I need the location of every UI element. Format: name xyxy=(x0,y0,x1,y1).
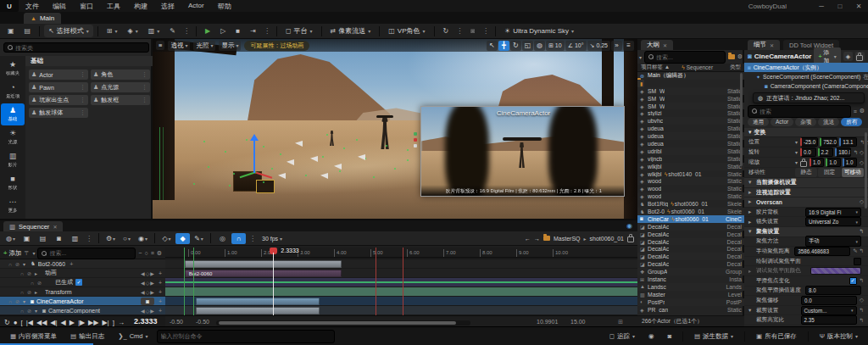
outliner-settings-icon[interactable]: ⚙ xyxy=(737,53,743,60)
mobility-static-button[interactable]: 静态 xyxy=(795,168,817,177)
placeable-actor-button[interactable]: ♟ 玩家出生点 ⋮ xyxy=(29,95,88,105)
landscape-brush-button[interactable]: ✎ xyxy=(165,25,180,36)
outliner-row[interactable]: ◪ DecalAc Decal xyxy=(637,253,744,260)
view-mode-dropdown[interactable]: 光照▾ xyxy=(193,41,215,51)
view-range-start[interactable]: -0.50 xyxy=(170,319,183,325)
timeline-lane[interactable]: Bot2-0060 xyxy=(165,269,637,278)
timeline-ruler[interactable]: 0.001.002.003.004.005.006.007.008.009.00… xyxy=(165,248,637,258)
current-time-display[interactable]: 2.3333 xyxy=(134,317,158,326)
keyframe-nav[interactable]: ◀◇▶ xyxy=(141,289,154,295)
outliner-row[interactable]: ◪ DecalAc Decal xyxy=(637,231,744,238)
breadcrumb-shot[interactable]: shot0060_01 xyxy=(590,236,624,242)
unreal-logo-icon[interactable]: U xyxy=(0,0,19,12)
outliner-row[interactable]: ◪ DecalAc Decal xyxy=(637,245,744,253)
expander-icon[interactable]: ▾ xyxy=(23,298,28,304)
details-filter-tab[interactable]: 所有 xyxy=(841,118,862,126)
property-extra-icon[interactable]: ✎ ↰ xyxy=(853,248,864,254)
track-settings-icon[interactable]: ⚙ xyxy=(157,250,162,257)
details-filter-tab[interactable]: 杂项 xyxy=(795,118,816,126)
property-value[interactable] xyxy=(810,267,861,275)
content-drawer-button[interactable]: ▦内容侧滑菜单 xyxy=(5,331,62,342)
details-property-row[interactable]: 聚焦方法 手动 xyxy=(744,237,868,248)
camera-speed-control[interactable]: » xyxy=(611,41,622,51)
details-property-row[interactable]: ▸ Overscan ◇ xyxy=(744,198,868,208)
tab-main-level[interactable]: ▲ Main xyxy=(24,13,61,24)
perspective-dropdown[interactable]: 透视▾ xyxy=(168,41,190,51)
track-section[interactable]: Bot2-0060 xyxy=(185,270,342,277)
menu-item[interactable]: Actor xyxy=(181,2,211,11)
sequence-lock-icon[interactable] xyxy=(627,236,634,242)
outliner-row[interactable]: ◈ SM_W Static xyxy=(637,95,744,103)
place-actors-search[interactable] xyxy=(3,42,149,53)
swap-options-icon[interactable]: ⋮ xyxy=(454,27,465,35)
transform-section-header[interactable]: ▾变换 xyxy=(744,128,868,137)
sequencer-track-row[interactable]: ∩ ⊘ ▸ Transform ✓ ◙ ◀◇▶ + xyxy=(0,287,165,297)
close-button[interactable]: ✕ xyxy=(849,3,868,10)
keyframe-behavior-icon[interactable]: ◇▾ xyxy=(159,233,174,244)
play-options-icon[interactable]: ⋮ xyxy=(262,27,272,35)
outliner-row[interactable]: ▮ SecondaryItems xyxy=(637,80,644,87)
location-x-field[interactable]: -25.0 xyxy=(800,137,818,147)
details-property-row[interactable]: ▸ 镜头设置 Universal Zo xyxy=(744,217,868,227)
viewport-layout-icon[interactable]: ≡ xyxy=(623,41,634,51)
viewport-options-icon[interactable]: ≡ xyxy=(156,41,164,50)
rotation-x-field[interactable]: 0.0 xyxy=(800,147,816,157)
scale-z-field[interactable]: 1.0 xyxy=(843,158,857,167)
keyframe-nav[interactable]: ◀◇▶ xyxy=(141,308,154,314)
auto-key-toggle[interactable]: ◆ xyxy=(175,233,190,244)
property-value[interactable]: 手动 xyxy=(805,236,861,247)
stop-button[interactable]: ■ xyxy=(231,25,244,36)
derived-data-dropdown[interactable]: ▤派生数据▾ xyxy=(689,331,738,342)
add-section-icon[interactable]: + xyxy=(159,270,162,276)
property-value[interactable]: 16:9 Digital Fi xyxy=(805,208,861,217)
placeable-actor-button[interactable]: ♟ 点光源 ⋮ xyxy=(91,82,150,92)
location-z-field[interactable]: 13.1 xyxy=(839,137,857,147)
track-state-icons[interactable]: ∩ ⊘ xyxy=(8,298,20,304)
nav-forward-icon[interactable]: → xyxy=(534,236,540,242)
outliner-row[interactable]: ◈ vijncb Static xyxy=(637,155,744,163)
outliner-row[interactable]: ❖ GroupA Group xyxy=(637,268,744,275)
close-tab-icon[interactable]: ✕ xyxy=(53,224,57,230)
move-tool[interactable]: ╋ xyxy=(498,41,509,51)
place-category[interactable]: ☀ 光源 xyxy=(1,126,25,148)
outliner-row[interactable]: ◈ udeua Static xyxy=(637,125,744,132)
console-command[interactable] xyxy=(157,330,335,343)
sequencer-timeline[interactable]: 0.001.002.003.004.005.006.007.008.009.00… xyxy=(165,248,637,315)
outliner-row[interactable]: ◈ wlkjbl Static xyxy=(637,163,744,170)
place-category[interactable]: ♟ 基础 xyxy=(1,103,25,125)
maximize-button[interactable]: □ xyxy=(831,3,849,10)
outliner-row[interactable]: ◪ DecalAc Decal xyxy=(637,223,744,231)
play-from-here-button[interactable]: ▷ xyxy=(216,25,230,36)
outliner-options-icon[interactable]: ▾ xyxy=(639,54,642,60)
menu-item[interactable]: 构建 xyxy=(127,2,154,11)
details-property-row[interactable]: ▸ 注视追踪设置 xyxy=(744,188,868,198)
outliner-row[interactable]: ◈ stylizi Static xyxy=(637,109,744,117)
outliner-row[interactable]: ◪ DecalAc Decal xyxy=(637,260,744,268)
sequencer-track-row[interactable]: ∩ ⊘ ▾ ♞ Bot2-0060 ✓ ◙ ◀◇▶ + xyxy=(0,259,165,269)
track-list-icon[interactable]: ≡ xyxy=(151,250,154,256)
outliner-row[interactable]: ◪ DecalAc Decal xyxy=(637,238,744,246)
outliner-row[interactable]: ◈ udribl Static xyxy=(637,147,744,155)
placeable-actor-button[interactable]: ♟ Actor ⋮ xyxy=(29,70,88,80)
add-track-button[interactable]: +添加 xyxy=(3,249,21,258)
keyframe-options-icon[interactable]: ○▾ xyxy=(120,233,134,244)
cmd-dropdown[interactable]: ❯_Cmd▾ xyxy=(113,331,153,342)
track-section[interactable] xyxy=(196,307,320,314)
cinematics-dropdown[interactable]: ▥▾ xyxy=(144,25,164,36)
property-value[interactable]: 0.0 xyxy=(801,296,857,305)
details-search-input[interactable] xyxy=(760,109,847,114)
rotate-tool[interactable]: ↻ xyxy=(510,41,521,51)
rotation-y-field[interactable]: 2.2 xyxy=(818,147,834,157)
outliner-row[interactable]: ▲ Landsc Lands xyxy=(637,283,744,291)
outliner-row[interactable]: ◈ wood Static xyxy=(637,177,744,185)
property-value[interactable]: 2.35 xyxy=(801,315,857,325)
property-extra-icon[interactable]: ↰ xyxy=(860,307,864,314)
details-filter-tab[interactable]: Actor xyxy=(771,118,793,126)
browse-sequence-icon[interactable]: ▤ xyxy=(36,233,50,244)
track-state-icons[interactable]: ∩ ⊘ xyxy=(8,261,20,267)
sequencer-track-row[interactable]: ∩ ⊘ ▾ ◙ CameraComponent ✓ ◙ ◀◇▶ + xyxy=(0,306,165,315)
edit-blueprint-icon[interactable]: ◈ xyxy=(843,52,853,61)
sequencer-actions-icon[interactable]: ⚙▾ xyxy=(103,233,118,244)
all-saved-button[interactable]: ▣所有已保存 xyxy=(751,331,802,342)
revision-control-dropdown[interactable]: Ψ版本控制▾ xyxy=(815,331,863,342)
